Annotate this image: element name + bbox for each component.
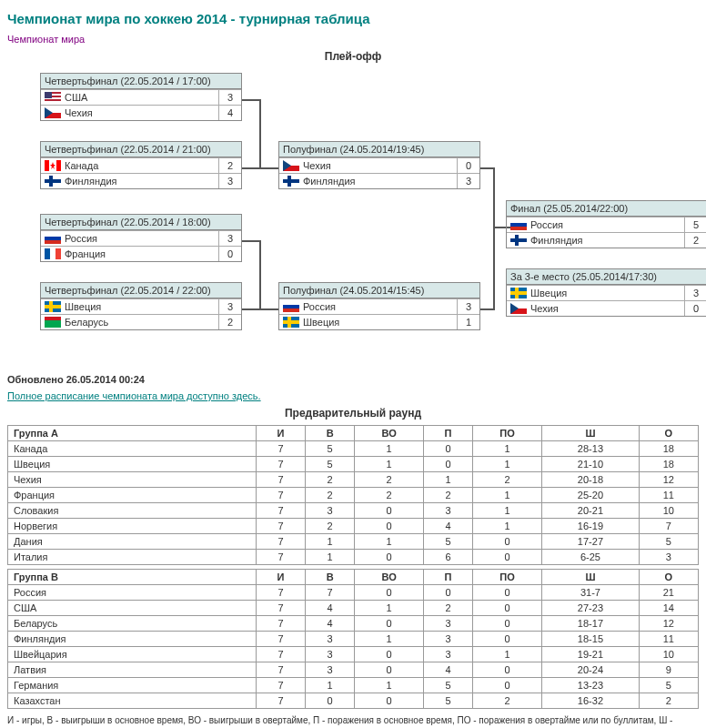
svg-rect-23 — [45, 320, 61, 324]
stat-cell: 1 — [355, 534, 424, 550]
col-header: О — [639, 570, 698, 585]
stat-cell: 2 — [355, 472, 424, 488]
stat-cell: 7 — [306, 585, 355, 601]
stat-cell: 5 — [639, 678, 698, 693]
stat-cell: 0 — [472, 601, 541, 616]
stat-cell: 3 — [423, 632, 472, 647]
col-header: О — [639, 426, 698, 441]
stat-cell: 1 — [472, 519, 541, 534]
table-row: Швеция7510121-1018 — [8, 457, 699, 472]
stat-cell: 0 — [472, 662, 541, 678]
svg-rect-14 — [45, 237, 61, 240]
team-score: 3 — [218, 90, 241, 105]
playoff-heading: Плей-офф — [7, 50, 699, 63]
team-name: Швеция — [303, 315, 457, 329]
stat-cell: 10 — [639, 503, 698, 519]
team-cell: Швейцария — [8, 647, 257, 662]
team-cell: Финляндия — [8, 632, 257, 647]
team-score: 3 — [684, 286, 706, 300]
team-score: 3 — [218, 299, 241, 314]
table-row: Латвия7304020-249 — [8, 662, 699, 678]
team-name: Чехия — [530, 301, 684, 316]
svg-rect-15 — [45, 240, 61, 244]
group-name: Группа A — [8, 426, 257, 441]
stat-cell: 18 — [639, 441, 698, 457]
stat-cell: 3 — [306, 632, 355, 647]
svg-rect-21 — [49, 301, 53, 312]
svg-rect-12 — [49, 176, 53, 187]
flag-icon — [45, 107, 61, 118]
stat-cell: 13-23 — [542, 678, 639, 693]
stat-cell: 5 — [306, 457, 355, 472]
match-header: Четвертьфинал (22.05.2014 / 17:00) — [41, 74, 241, 89]
stat-cell: 3 — [423, 503, 472, 519]
stat-cell: 7 — [257, 647, 306, 662]
stat-cell: 1 — [472, 488, 541, 503]
team-cell: Россия — [8, 585, 257, 601]
team-name: Швеция — [530, 286, 684, 300]
table-row: Словакия7303120-2110 — [8, 503, 699, 519]
stat-cell: 1 — [423, 472, 472, 488]
final-match: Финал (25.05.2014/22:00)Россия5Финляндия… — [506, 200, 706, 248]
team-score: 2 — [218, 158, 241, 173]
stat-cell: 1 — [306, 550, 355, 565]
match-header: За 3-е место (25.05.2014/17:30) — [507, 269, 706, 285]
stat-cell: 1 — [306, 678, 355, 693]
table-row: Швейцария7303119-2110 — [8, 647, 699, 662]
stat-cell: 0 — [423, 457, 472, 472]
stat-cell: 0 — [472, 632, 541, 647]
team-cell: Латвия — [8, 662, 257, 678]
team-score: 0 — [218, 247, 241, 261]
stat-cell: 2 — [355, 488, 424, 503]
team-cell: Канада — [8, 441, 257, 457]
stat-cell: 20-18 — [542, 472, 639, 488]
svg-rect-3 — [45, 101, 61, 103]
group-b-table: Группа BИВВОППОШОРоссия7700031-721США741… — [7, 569, 699, 709]
team-name: Россия — [65, 231, 218, 246]
stat-cell: 7 — [257, 662, 306, 678]
match-header: Финал (25.05.2014/22:00) — [507, 201, 706, 217]
stat-cell: 20-24 — [542, 662, 639, 678]
stat-cell: 18-17 — [542, 616, 639, 632]
stat-cell: 2 — [306, 472, 355, 488]
stat-cell: 1 — [472, 647, 541, 662]
stat-cell: 16-19 — [542, 519, 639, 534]
stat-cell: 0 — [423, 441, 472, 457]
team-cell: Дания — [8, 534, 257, 550]
stat-cell: 7 — [639, 519, 698, 534]
team-score: 2 — [684, 233, 706, 248]
stat-cell: 7 — [257, 632, 306, 647]
stat-cell: 5 — [306, 441, 355, 457]
stat-cell: 7 — [257, 585, 306, 601]
stat-cell: 16-32 — [542, 693, 639, 709]
stat-cell: 19-21 — [542, 647, 639, 662]
team-cell: Италия — [8, 550, 257, 565]
team-score: 1 — [457, 315, 479, 329]
stat-cell: 7 — [257, 441, 306, 457]
stat-cell: 7 — [257, 534, 306, 550]
third-place-match: За 3-е место (25.05.2014/17:30)Швеция3Че… — [506, 268, 706, 317]
stat-cell: 1 — [306, 534, 355, 550]
full-schedule-link[interactable]: Полное расписание чемпионата мира доступ… — [7, 390, 699, 401]
stat-cell: 4 — [306, 616, 355, 632]
flag-icon — [510, 235, 527, 246]
stat-cell: 0 — [423, 585, 472, 601]
flag-icon — [45, 176, 61, 187]
stat-cell: 1 — [472, 503, 541, 519]
semifinal-1: Полуфинал (24.05.2014/19:45)Чехия0Финлян… — [278, 141, 480, 189]
team-name: Беларусь — [65, 315, 218, 329]
svg-rect-41 — [515, 235, 519, 246]
col-header: И — [257, 570, 306, 585]
flag-icon — [45, 160, 61, 171]
stat-cell: 7 — [257, 678, 306, 693]
stat-cell: 2 — [306, 519, 355, 534]
breadcrumb[interactable]: Чемпионат мира — [7, 34, 699, 45]
flag-icon — [283, 176, 299, 187]
stat-cell: 11 — [639, 632, 698, 647]
stat-cell: 7 — [257, 693, 306, 709]
stat-cell: 5 — [423, 678, 472, 693]
svg-rect-24 — [45, 324, 61, 328]
flag-icon — [510, 288, 527, 298]
stat-cell: 0 — [306, 693, 355, 709]
stat-cell: 2 — [472, 693, 541, 709]
